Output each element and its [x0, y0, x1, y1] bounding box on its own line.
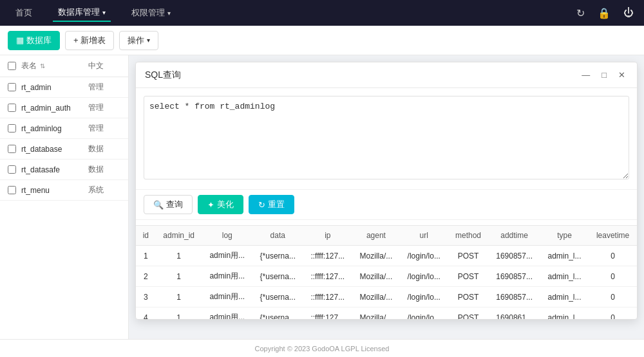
table-zh: 系统 — [88, 185, 120, 196]
table-cell: 2 — [136, 266, 156, 287]
sidebar-table-row[interactable]: rt_admin 管理 — [0, 77, 128, 98]
table-cell: 1 — [156, 287, 202, 307]
table-cell: ::ffff:127... — [303, 246, 352, 266]
col-header-agent: agent — [352, 226, 400, 246]
search-icon: 🔍 — [153, 200, 164, 210]
table-cell: admin_l... — [540, 287, 589, 307]
results-area: idadmin_idlogdataipagenturlmethodaddtime… — [136, 220, 637, 319]
table-cell: {*userna... — [252, 287, 303, 307]
table-cell: 0 — [589, 246, 637, 266]
results-table: idadmin_idlogdataipagenturlmethodaddtime… — [136, 225, 637, 319]
reset-button[interactable]: ↻ 重置 — [249, 195, 294, 214]
modal-header: SQL查询 — □ ✕ — [136, 62, 637, 88]
star-icon: ✦ — [207, 200, 214, 210]
col-table-header: 表名 ⇅ — [21, 60, 88, 71]
modal-title: SQL查询 — [145, 69, 579, 81]
query-button[interactable]: 🔍 查询 — [144, 195, 193, 214]
minimize-button[interactable]: — — [579, 69, 592, 81]
table-cell: admin用... — [202, 307, 252, 320]
table-cell: 1 — [136, 246, 156, 266]
table-row[interactable]: 11admin用...{*userna...::ffff:127...Mozil… — [136, 246, 637, 266]
col-header-log: log — [202, 226, 252, 246]
refresh-icon: ↻ — [258, 200, 265, 210]
table-name: rt_datasafe — [21, 165, 88, 174]
nav-db[interactable]: 数据库管理 ▾ — [53, 4, 111, 22]
beautify-button[interactable]: ✦ 美化 — [198, 195, 243, 214]
table-checkbox[interactable] — [8, 145, 16, 153]
table-row[interactable]: 41admin用...{*userna...::ffff:127...Mozil… — [136, 307, 637, 320]
table-cell: ::ffff:127... — [303, 307, 352, 320]
table-name: rt_database — [21, 145, 88, 154]
add-table-button[interactable]: + 新增表 — [65, 31, 114, 50]
table-cell: 1690857... — [488, 266, 540, 287]
table-cell: 0 — [589, 266, 637, 287]
close-button[interactable]: ✕ — [616, 69, 628, 81]
table-cell: POST — [448, 287, 489, 307]
top-nav-right: ↻ 🔒 ⏻ — [576, 7, 634, 19]
operation-button[interactable]: 操作 ▾ — [119, 31, 158, 50]
table-cell: admin用... — [202, 287, 252, 307]
table-cell: 1 — [156, 307, 202, 320]
sidebar-table-row[interactable]: rt_database 数据 — [0, 139, 128, 160]
sidebar-table-row[interactable]: rt_admin_auth 管理 — [0, 98, 128, 118]
table-checkbox[interactable] — [8, 104, 16, 112]
table-zh: 数据 — [88, 164, 120, 175]
table-cell: Mozilla/... — [352, 307, 400, 320]
table-cell: {*userna... — [252, 246, 303, 266]
table-name: rt_admin — [21, 83, 88, 92]
table-cell: admin_l... — [540, 246, 589, 266]
table-checkbox[interactable] — [8, 186, 16, 194]
main-layout: 表名 ⇅ 中文 rt_admin 管理 rt_admin_auth 管理 rt_… — [0, 55, 644, 339]
table-cell: 4 — [136, 307, 156, 320]
table-cell: POST — [448, 246, 489, 266]
sql-input[interactable]: select * from rt_adminlog — [144, 96, 629, 179]
table-row[interactable]: 21admin用...{*userna...::ffff:127...Mozil… — [136, 266, 637, 287]
sidebar-table-row[interactable]: rt_adminlog 管理 — [0, 118, 128, 139]
results-tbody: 11admin用...{*userna...::ffff:127...Mozil… — [136, 246, 637, 320]
table-cell: /login/lo... — [400, 287, 448, 307]
table-cell: {*userna... — [252, 307, 303, 320]
chevron-down-icon: ▾ — [167, 10, 171, 17]
db-button[interactable]: ▦ 数据库 — [8, 31, 60, 50]
nav-home[interactable]: 首页 — [10, 5, 37, 21]
table-cell: /login/lo... — [400, 307, 448, 320]
results-thead: idadmin_idlogdataipagenturlmethodaddtime… — [136, 226, 637, 246]
sql-modal: SQL查询 — □ ✕ select * from rt_adminlog 🔍 … — [135, 62, 638, 320]
nav-perm[interactable]: 权限管理 ▾ — [126, 5, 176, 21]
restore-button[interactable]: □ — [599, 69, 609, 81]
col-header-admin_id: admin_id — [156, 226, 202, 246]
power-icon[interactable]: ⏻ — [623, 7, 634, 19]
col-header-url: url — [400, 226, 448, 246]
table-cell: 0 — [589, 307, 637, 320]
table-cell: Mozilla/... — [352, 287, 400, 307]
sidebar-table-row[interactable]: rt_menu 系统 — [0, 180, 128, 201]
table-checkbox[interactable] — [8, 124, 16, 133]
table-list-header: 表名 ⇅ 中文 — [0, 55, 128, 77]
select-all-checkbox[interactable] — [8, 62, 16, 70]
table-checkbox[interactable] — [8, 83, 16, 91]
lock-icon[interactable]: 🔒 — [598, 7, 611, 19]
sort-icon: ⇅ — [40, 62, 45, 69]
col-header-id: id — [136, 226, 156, 246]
table-cell: admin_l... — [540, 266, 589, 287]
sidebar-table-row[interactable]: rt_datasafe 数据 — [0, 160, 128, 180]
col-zh-header: 中文 — [88, 60, 120, 71]
table-row[interactable]: 31admin用...{*userna...::ffff:127...Mozil… — [136, 287, 637, 307]
table-cell: 1 — [156, 246, 202, 266]
database-icon: ▦ — [16, 35, 24, 45]
chevron-down-icon: ▾ — [102, 9, 106, 16]
table-cell: Mozilla/... — [352, 266, 400, 287]
modal-actions: 🔍 查询 ✦ 美化 ↻ 重置 — [136, 189, 637, 220]
top-nav: 首页 数据库管理 ▾ 权限管理 ▾ ↻ 🔒 ⏻ — [0, 0, 644, 26]
table-checkbox[interactable] — [8, 165, 16, 174]
table-zh: 管理 — [88, 123, 120, 134]
table-cell: 3 — [136, 287, 156, 307]
table-name: rt_adminlog — [21, 124, 88, 133]
sidebar: 表名 ⇅ 中文 rt_admin 管理 rt_admin_auth 管理 rt_… — [0, 55, 129, 339]
col-header-type: type — [540, 226, 589, 246]
table-cell: {*userna... — [252, 266, 303, 287]
table-cell: POST — [448, 307, 489, 320]
toolbar: ▦ 数据库 + 新增表 操作 ▾ — [0, 26, 644, 55]
table-zh: 管理 — [88, 102, 120, 113]
refresh-icon[interactable]: ↻ — [576, 7, 585, 19]
